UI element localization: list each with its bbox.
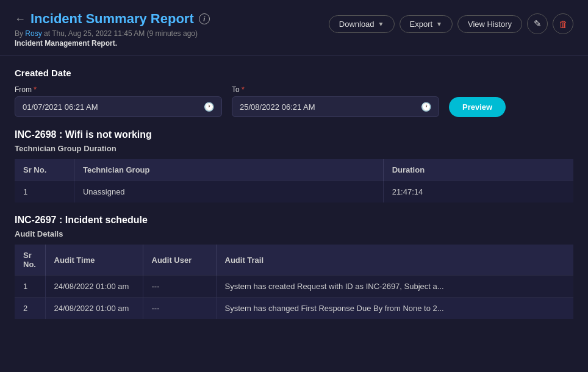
to-required: * (242, 85, 245, 94)
meta-prefix: By (15, 29, 25, 38)
export-button[interactable]: Export ▼ (400, 15, 453, 33)
incident1-title: INC-2698 : Wifi is not working (15, 129, 573, 140)
meta-author: Rosy (25, 29, 41, 38)
download-label: Download (339, 20, 375, 29)
to-clock-icon: 🕐 (421, 102, 431, 112)
cell-sr: 2 (15, 298, 45, 320)
cell-duration: 21:47:14 (383, 181, 573, 203)
from-date-input[interactable] (23, 102, 204, 112)
cell-audit-trail: System has changed First Response Due By… (216, 298, 573, 320)
incident2-title: INC-2697 : Incident schedule (15, 215, 573, 226)
preview-label: Preview (462, 102, 492, 112)
col2-header-audit-time: Audit Time (45, 245, 143, 276)
cell-audit-time: 24/08/2022 01:00 am (45, 298, 143, 320)
header-actions: Download ▼ Export ▼ View History ✎ 🗑 (329, 11, 573, 34)
cell-sr: 1 (15, 181, 74, 203)
info-icon[interactable]: i (199, 13, 210, 24)
incident1-table: Sr No. Technician Group Duration 1 Unass… (15, 159, 573, 202)
main-content: Created Date From * 🕐 To * 🕐 Preview (0, 55, 588, 343)
header-left: ← Incident Summary Report i By Rosy at T… (15, 11, 210, 48)
delete-button[interactable]: 🗑 (553, 13, 573, 34)
meta-timestamp: at Thu, Aug 25, 2022 11:45 AM (9 minutes… (42, 29, 198, 38)
cell-group: Unassigned (74, 181, 383, 203)
export-label: Export (410, 20, 433, 29)
from-required: * (34, 85, 37, 94)
to-date-input[interactable] (240, 102, 421, 112)
incident2-group-label: Audit Details (15, 229, 573, 238)
to-date-field: To * 🕐 (232, 85, 439, 117)
to-label: To * (232, 85, 439, 94)
edit-button[interactable]: ✎ (527, 13, 548, 34)
download-button[interactable]: Download ▼ (329, 15, 395, 33)
cell-sr: 1 (15, 276, 45, 298)
preview-button[interactable]: Preview (449, 97, 506, 117)
from-label: From * (15, 85, 222, 94)
page-title: Incident Summary Report (30, 11, 194, 27)
col-header-sr: Sr No. (15, 159, 74, 181)
col-header-technician-group: Technician Group (74, 159, 383, 181)
back-arrow[interactable]: ← (15, 13, 26, 26)
cell-audit-time: 24/08/2022 01:00 am (45, 276, 143, 298)
table-row: 1 Unassigned 21:47:14 (15, 181, 573, 203)
incident2-table: Sr No. Audit Time Audit User Audit Trail… (15, 245, 573, 319)
cell-audit-trail: System has created Request with ID as IN… (216, 276, 573, 298)
cell-audit-user: --- (143, 298, 216, 320)
export-chevron-icon: ▼ (436, 21, 442, 27)
date-row: From * 🕐 To * 🕐 Preview (15, 85, 573, 117)
header-meta: By Rosy at Thu, Aug 25, 2022 11:45 AM (9… (15, 29, 210, 38)
page-header: ← Incident Summary Report i By Rosy at T… (0, 0, 588, 55)
report-type: Incident Management Report. (15, 39, 210, 48)
from-date-field: From * 🕐 (15, 85, 222, 117)
view-history-button[interactable]: View History (457, 15, 522, 33)
table-row: 1 24/08/2022 01:00 am --- System has cre… (15, 276, 573, 298)
incident2-table-header: Sr No. Audit Time Audit User Audit Trail (15, 245, 573, 276)
cell-audit-user: --- (143, 276, 216, 298)
from-clock-icon: 🕐 (204, 102, 214, 112)
incident1-table-header: Sr No. Technician Group Duration (15, 159, 573, 181)
from-date-input-wrap[interactable]: 🕐 (15, 96, 222, 117)
title-row: ← Incident Summary Report i (15, 11, 210, 27)
col2-header-audit-user: Audit User (143, 245, 216, 276)
edit-icon: ✎ (534, 18, 542, 29)
created-date-title: Created Date (15, 68, 573, 78)
delete-icon: 🗑 (559, 19, 568, 29)
incident2-section: INC-2697 : Incident schedule Audit Detai… (15, 215, 573, 319)
view-history-label: View History (468, 20, 512, 29)
col2-header-audit-trail: Audit Trail (216, 245, 573, 276)
to-date-input-wrap[interactable]: 🕐 (232, 96, 439, 117)
incident1-group-label: Technician Group Duration (15, 144, 573, 153)
download-chevron-icon: ▼ (378, 21, 384, 27)
incident1-section: INC-2698 : Wifi is not working Technicia… (15, 129, 573, 202)
table-row: 2 24/08/2022 01:00 am --- System has cha… (15, 298, 573, 320)
col2-header-sr: Sr No. (15, 245, 45, 276)
col-header-duration: Duration (383, 159, 573, 181)
